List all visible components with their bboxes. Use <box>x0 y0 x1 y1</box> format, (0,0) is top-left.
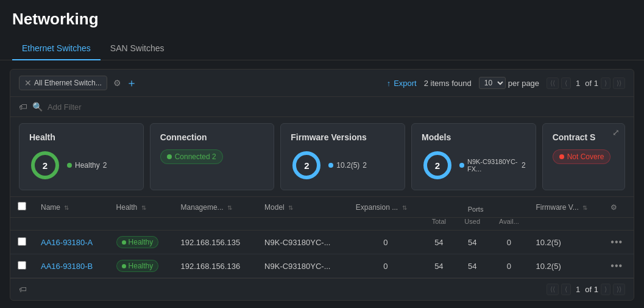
row2-checkbox[interactable] <box>18 261 26 270</box>
row2-health-cell: Healthy <box>109 254 174 278</box>
items-found: 2 items found <box>424 79 472 88</box>
row2-ports-used-cell: 54 <box>455 254 489 278</box>
health-card-body: 2 Healthy 2 <box>29 149 133 181</box>
firmware-version-label: 10.2(5) <box>336 161 359 170</box>
bottom-last-page-button[interactable]: ⟩⟩ <box>613 284 625 295</box>
th-management[interactable]: Manageme... ⇅ <box>174 197 258 218</box>
firmware-card-body: 2 10.2(5) 2 <box>291 149 395 181</box>
th-expansion[interactable]: Expansion ... ⇅ <box>349 197 423 218</box>
select-all-checkbox[interactable] <box>18 202 26 210</box>
models-center-value: 2 <box>435 160 440 171</box>
legend-item-healthy: Healthy 2 <box>67 161 107 170</box>
table-header-row: Name ⇅ Health ⇅ Manageme... ⇅ Model ⇅ <box>10 197 634 218</box>
model-count: 2 <box>522 161 526 170</box>
th-firmware[interactable]: Firmware V... ⇅ <box>529 197 604 218</box>
row2-expansion-cell: 0 <box>349 254 423 278</box>
health-sort-icon: ⇅ <box>141 204 146 211</box>
th-health-label: Health <box>116 203 138 212</box>
prev-page-button[interactable]: ⟨ <box>561 77 571 89</box>
row2-more-icon[interactable]: ••• <box>610 260 623 271</box>
page-number: 1 <box>573 79 582 88</box>
th-management-label: Manageme... <box>181 203 224 212</box>
th-name-label: Name <box>41 203 60 212</box>
bottom-page-of-label: of 1 <box>585 285 598 294</box>
management-sort-icon: ⇅ <box>227 204 232 211</box>
table-row: AA16-93180-A Healthy 192.168.156.135 N9K… <box>10 231 634 254</box>
health-legend: Healthy 2 <box>67 161 107 170</box>
row1-more-icon[interactable]: ••• <box>610 237 623 247</box>
th-ports-group: Ports <box>423 197 529 218</box>
th-actions: ⚙ <box>603 197 634 218</box>
models-card-body: 2 N9K-C93180YC-FX... 2 <box>422 149 526 181</box>
tab-ethernet-switches[interactable]: Ethernet Switches <box>12 37 101 60</box>
row1-health-badge: Healthy <box>116 236 159 248</box>
th-health[interactable]: Health ⇅ <box>109 197 174 218</box>
row1-name-link[interactable]: AA16-93180-A <box>41 238 93 247</box>
health-center-value: 2 <box>43 160 48 171</box>
collapse-icon[interactable]: ⤢ <box>612 127 620 137</box>
last-page-button[interactable]: ⟩⟩ <box>613 77 625 89</box>
row1-health-label: Healthy <box>129 238 154 246</box>
add-filter-icon[interactable]: ＋ <box>126 76 137 90</box>
filter-input[interactable] <box>48 102 625 112</box>
model-dot <box>459 163 464 168</box>
tag-icon-bottom: 🏷 <box>19 285 27 294</box>
settings-icon[interactable]: ⚙ <box>113 78 121 88</box>
health-card: Health 2 Healthy 2 <box>19 123 144 190</box>
row1-ports-avail-cell: 0 <box>489 231 528 254</box>
tab-san-switches[interactable]: SAN Switches <box>101 37 174 60</box>
models-legend: N9K-C93180YC-FX... 2 <box>459 158 526 173</box>
connected-label: Connected 2 <box>175 152 216 161</box>
row2-name-link[interactable]: AA16-93180-B <box>41 262 93 271</box>
model-sort-icon: ⇅ <box>288 204 293 211</box>
model-label: N9K-C93180YC-FX... <box>467 158 518 173</box>
th-ports-total: Total <box>423 218 455 231</box>
export-icon: ↑ <box>387 79 391 88</box>
top-pagination: ⟨⟨ ⟨ 1 of 1 ⟩ ⟩⟩ <box>547 77 625 89</box>
legend-item-firmware: 10.2(5) 2 <box>328 161 367 170</box>
firmware-legend: 10.2(5) 2 <box>328 161 367 170</box>
search-icon: 🔍 <box>32 102 43 112</box>
export-button[interactable]: ↑ Export <box>387 79 417 88</box>
firmware-card-title: Firmware Versions <box>291 132 395 142</box>
row2-ports-avail-cell: 0 <box>489 254 528 278</box>
page-title: Networking <box>12 10 632 29</box>
next-page-button[interactable]: ⟩ <box>601 77 610 89</box>
filter-tag-chip[interactable]: ✕ All Ethernet Switch... <box>19 76 107 90</box>
settings-columns-icon[interactable]: ⚙ <box>610 203 617 212</box>
connection-card-body: Connected 2 <box>160 149 264 164</box>
bottom-page-number: 1 <box>573 285 582 294</box>
tag-label: All Ethernet Switch... <box>34 79 102 87</box>
th-model[interactable]: Model ⇅ <box>257 197 349 218</box>
models-donut: 2 <box>422 149 453 181</box>
firmware-dot <box>328 163 333 168</box>
switches-table: Name ⇅ Health ⇅ Manageme... ⇅ Model ⇅ <box>10 197 634 278</box>
table-body: AA16-93180-A Healthy 192.168.156.135 N9K… <box>10 231 634 278</box>
name-sort-icon: ⇅ <box>64 204 69 211</box>
row1-checkbox[interactable] <box>18 237 26 246</box>
row1-checkbox-cell <box>10 231 34 254</box>
bottom-first-page-button[interactable]: ⟨⟨ <box>547 284 559 295</box>
row2-name-cell: AA16-93180-B <box>34 254 109 278</box>
tag-icon: 🏷 <box>19 102 27 112</box>
th-name[interactable]: Name ⇅ <box>34 197 109 218</box>
bottom-next-page-button[interactable]: ⟩ <box>601 284 610 295</box>
summary-cards: Health 2 Healthy 2 <box>10 117 634 197</box>
firmware-center-value: 2 <box>304 160 309 171</box>
row1-name-cell: AA16-93180-A <box>34 231 109 254</box>
connection-card: Connection Connected 2 <box>150 123 275 190</box>
per-page-label: per page <box>508 79 539 88</box>
not-covered-dot <box>559 154 564 159</box>
row1-ports-used-cell: 54 <box>455 231 489 254</box>
models-card-title: Models <box>422 132 526 142</box>
th-expansion-label: Expansion ... <box>356 203 398 212</box>
bottom-prev-page-button[interactable]: ⟨ <box>561 284 571 295</box>
per-page-select[interactable]: 10 25 50 <box>479 77 506 89</box>
th-checkbox <box>10 197 34 218</box>
first-page-button[interactable]: ⟨⟨ <box>547 77 559 89</box>
firmware-card: Firmware Versions 2 10.2(5) 2 <box>280 123 405 190</box>
close-x-icon[interactable]: ✕ <box>24 78 32 88</box>
tab-bar: Ethernet Switches SAN Switches <box>0 37 644 60</box>
row2-health-dot <box>122 264 126 268</box>
connection-card-title: Connection <box>160 132 264 142</box>
